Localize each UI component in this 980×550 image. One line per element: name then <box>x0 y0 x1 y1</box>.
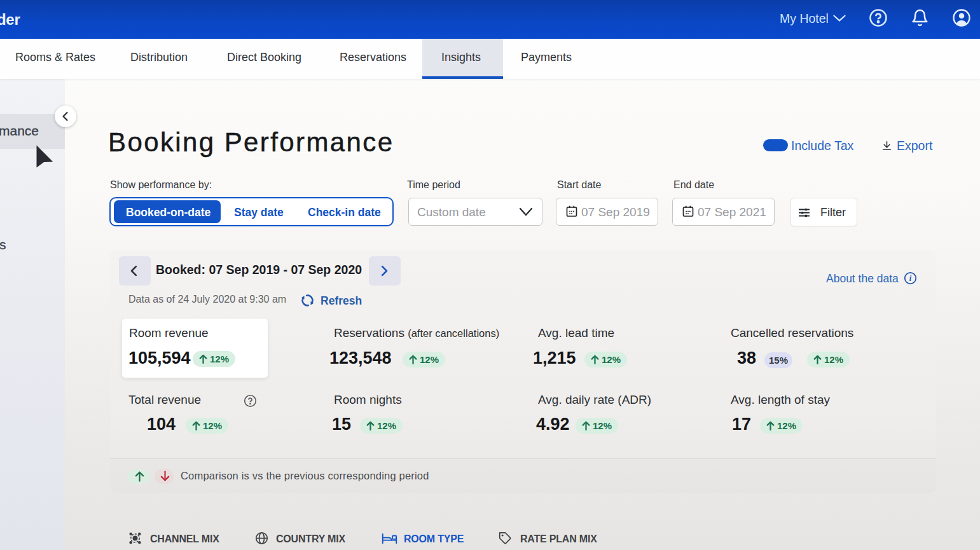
svg-text:i: i <box>909 274 912 283</box>
